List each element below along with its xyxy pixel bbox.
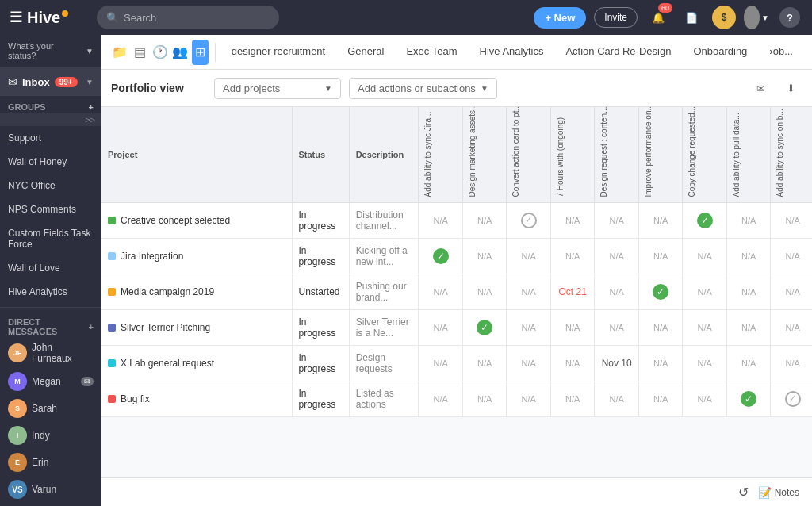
cell-data-5: N/A <box>638 309 683 345</box>
download-icon-button[interactable]: ⬇ <box>779 76 802 100</box>
sidebar-item-wall-of-honey[interactable]: Wall of Honey <box>0 150 102 174</box>
dm-avatar-erin: E <box>8 453 27 472</box>
cell-data-4: N/A <box>595 202 639 238</box>
tab-action-card[interactable]: Action Card Re-Design <box>556 35 680 70</box>
dm-name: Erin <box>32 457 48 468</box>
table-row[interactable]: Media campaign 2019UnstartedPushing our … <box>102 274 812 309</box>
table-row[interactable]: Bug fixIn progressListed as actionsN/AN/… <box>102 381 812 416</box>
notes-label: Notes <box>775 487 799 498</box>
notifications-button[interactable]: 🔔 60 <box>645 5 671 30</box>
cell-project: Silver Terrier Pitching <box>102 309 292 345</box>
cell-data-8: N/A <box>771 309 812 345</box>
cell-data-1: ✓ <box>462 309 507 345</box>
portfolio-header: Portfolio view Add projects ▼ Add action… <box>102 70 812 107</box>
sidebar-item-label: Wall of Love <box>8 263 60 274</box>
dm-item-megan[interactable]: M Megan ✉ <box>0 368 102 395</box>
cell-description: Listed as actions <box>349 381 419 416</box>
help-button[interactable]: ? <box>777 5 802 30</box>
history-button[interactable]: ↺ <box>738 485 749 500</box>
new-button[interactable]: + New <box>534 7 586 29</box>
sidebar: What's your status? ▼ ✉ Inbox 99+ ▼ GROU… <box>0 35 102 506</box>
mail-icon-button[interactable]: ✉ <box>749 76 772 100</box>
dm-name: John Furneaux <box>32 342 94 364</box>
expand-icon[interactable]: >> <box>85 115 95 125</box>
folder-icon: 📁 <box>112 44 128 59</box>
dm-item-varun[interactable]: VS Varun <box>0 476 102 503</box>
dm-avatar-varun: VS <box>8 480 27 499</box>
view-group-icon-button[interactable]: 👥 <box>171 40 188 65</box>
cell-data-4: N/A <box>595 274 639 309</box>
cell-data-8: N/A <box>771 345 812 381</box>
cell-data-0: N/A <box>419 309 463 345</box>
groups-add-icon[interactable]: + <box>89 102 94 112</box>
help-icon: ? <box>779 7 800 28</box>
cell-data-4: N/A <box>595 381 639 416</box>
col-header-4: Design request : conten... <box>595 107 639 202</box>
tab-hive-analytics[interactable]: Hive Analytics <box>470 35 553 70</box>
notes-button[interactable]: 📝 Notes <box>758 486 799 499</box>
cell-data-1: N/A <box>462 345 507 381</box>
col-header-5: Improve performance on... <box>638 107 683 202</box>
cell-description: Distribution channel... <box>349 202 419 238</box>
sidebar-item-nyc-office[interactable]: NYC Office <box>0 174 102 197</box>
invite-button[interactable]: Invite <box>594 7 638 28</box>
view-list-icon-button[interactable]: 📁 <box>111 40 128 65</box>
history-icon: ↺ <box>738 485 749 500</box>
cell-data-1: N/A <box>462 202 507 238</box>
view-grid-icon-button[interactable]: ⊞ <box>192 40 209 65</box>
sidebar-item-support[interactable]: Support <box>0 126 102 150</box>
sidebar-item-hive-analytics[interactable]: Hive Analytics <box>0 280 102 304</box>
col-header-3: 7 Hours with (ongoing) <box>550 107 595 202</box>
dm-avatar-john: JF <box>8 343 27 362</box>
cell-project: Bug fix <box>102 381 292 416</box>
dm-add-icon[interactable]: + <box>89 322 94 332</box>
logo[interactable]: ☰ Hive <box>10 9 89 27</box>
dm-item-erin[interactable]: E Erin <box>0 449 102 476</box>
tab-designer-recruitment[interactable]: designer recruitment <box>222 35 335 70</box>
tab-more[interactable]: ›ob... <box>760 35 802 70</box>
cell-data-6: N/A <box>683 274 727 309</box>
dm-avatar-megan: M <box>8 372 27 391</box>
cell-status: In progress <box>292 381 349 416</box>
tab-exec-team[interactable]: Exec Team <box>396 35 466 70</box>
cell-data-5: N/A <box>638 238 683 274</box>
view-table-icon-button[interactable]: ▤ <box>131 40 147 65</box>
status-bar[interactable]: What's your status? ▼ <box>0 35 102 67</box>
table-row[interactable]: Jira IntegrationIn progressKicking off a… <box>102 238 812 274</box>
tab-label: designer recruitment <box>232 45 326 57</box>
cell-data-6: N/A <box>683 381 727 416</box>
add-actions-dropdown[interactable]: Add actions or subactions ▼ <box>349 78 497 99</box>
portfolio-header-actions: ✉ ⬇ <box>749 76 802 100</box>
add-projects-dropdown[interactable]: Add projects ▼ <box>214 78 341 99</box>
menu-icon[interactable]: ☰ <box>10 9 22 26</box>
avatar-currency[interactable]: $ <box>712 6 736 29</box>
table-icon: ▤ <box>134 44 146 59</box>
sidebar-item-wall-of-love[interactable]: Wall of Love <box>0 256 102 280</box>
table-row[interactable]: Creative concept selectedIn progressDist… <box>102 202 812 238</box>
inbox-item[interactable]: ✉ Inbox 99+ ▼ <box>0 67 102 96</box>
sidebar-item-custom-fields[interactable]: Custom Fields Task Force <box>0 221 102 256</box>
sidebar-item-nps-comments[interactable]: NPS Comments <box>0 197 102 221</box>
avatar <box>744 6 760 29</box>
bell-icon: 🔔 <box>652 12 665 24</box>
cell-data-8: N/A <box>771 202 812 238</box>
search-icon: 🔍 <box>106 12 119 24</box>
cell-data-4: Nov 10 <box>595 345 639 381</box>
dm-item-indy[interactable]: I Indy <box>0 422 102 449</box>
table-row[interactable]: Silver Terrier PitchingIn progressSilver… <box>102 309 812 345</box>
tab-onboarding[interactable]: Onboarding <box>684 35 756 70</box>
col-header-0: Add ability to sync Jira... <box>419 107 463 202</box>
col-header-project: Project <box>102 107 292 202</box>
view-clock-icon-button[interactable]: 🕐 <box>151 40 168 65</box>
dm-item-sarah[interactable]: S Sarah <box>0 395 102 422</box>
dm-name: Sarah <box>32 403 57 414</box>
dm-item-john[interactable]: JF John Furneaux <box>0 338 102 368</box>
tab-general[interactable]: General <box>338 35 393 70</box>
search-bar[interactable]: 🔍 Search <box>97 6 279 29</box>
doc-icon-button[interactable]: 📄 <box>679 5 704 30</box>
user-avatar-button[interactable]: ▼ <box>744 5 769 30</box>
status-text: What's your status? <box>8 41 82 60</box>
table-row[interactable]: X Lab general requestIn progressDesign r… <box>102 345 812 381</box>
cell-status: In progress <box>292 238 349 274</box>
cell-description: Pushing our brand... <box>349 274 419 309</box>
